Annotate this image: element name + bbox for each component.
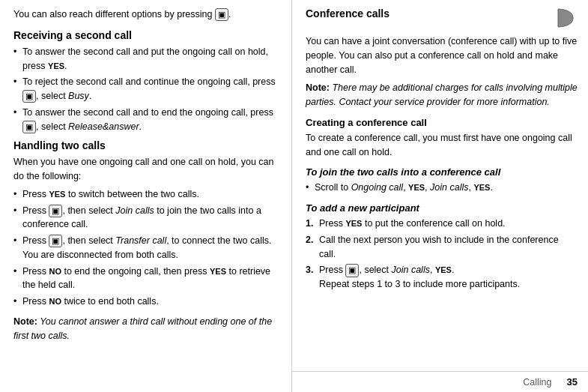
options-key-icon: ▣ [215,8,228,21]
options-key: ▣ [49,205,62,217]
right-note: Note: There may be additional charges fo… [306,81,578,109]
creating-conference-call-heading: Creating a conference call [306,117,578,128]
add-participant-list: 1. Press YES to put the conference call … [306,217,578,292]
list-item: Press ▣, then select Transfer call, to c… [13,234,281,262]
handling-two-calls-list: Press YES to switch between the two call… [13,187,281,309]
yes-label: YES [48,61,64,70]
left-column: You can also reach different options by … [0,0,292,392]
yes-label: YES [49,190,65,199]
note-label: Note: [13,316,37,327]
intro-text: You can also reach different options by … [13,7,281,22]
transfer-call-option: Transfer call [115,235,166,246]
options-key: ▣ [22,121,36,133]
page-container: You can also reach different options by … [0,0,588,392]
list-item: Scroll to Ongoing call, YES, Join calls,… [306,181,578,195]
footer-page-number: 35 [567,376,578,388]
phone-icon [554,7,578,31]
join-two-calls-list: Scroll to Ongoing call, YES, Join calls,… [306,181,578,195]
options-key: ▣ [49,235,62,247]
note-text-right: There may be additional charges for call… [306,82,578,107]
list-item: To reject the second call and continue t… [13,75,281,103]
list-item: 1. Press YES to put the conference call … [306,217,578,231]
list-item: To answer the second call and put the on… [13,45,281,73]
busy-option: Busy [68,91,89,101]
yes-label: YES [345,219,362,228]
options-key: ▣ [345,264,359,277]
right-column: Conference calls You can have a joint co… [292,0,588,392]
creating-conference-call-body: To create a conference call, you must fi… [306,131,578,160]
yes-label-3: YES [435,265,452,274]
footer-section-label: Calling [523,377,551,388]
left-note: Note: You cannot answer a third call wit… [13,315,281,343]
no-label: NO [49,297,61,306]
join-calls-label: Join calls [430,182,468,193]
join-two-calls-heading: To join the two calls into a conference … [306,166,578,178]
list-item: 3. Press ▣, select Join calls, YES. Repe… [306,263,578,292]
handling-two-calls-intro: When you have one ongoing call and one c… [13,155,281,184]
step-num-3: 3. [306,263,313,277]
list-item: Press NO to end the ongoing call, then p… [13,265,281,293]
note-label-right: Note: [306,82,330,93]
conference-calls-body: You can have a joint conversation (confe… [306,34,578,76]
footer-bar: Calling 35 [292,371,588,392]
add-participant-heading: To add a new participant [306,202,578,214]
receiving-second-call-list: To answer the second call and put the on… [13,45,281,134]
step-num-1: 1. [306,217,313,231]
conference-calls-title-block: Conference calls [306,7,390,22]
list-item: To answer the second call and to end the… [13,106,281,134]
list-item: 2. Call the next person you wish to incl… [306,233,578,262]
conference-calls-heading: Conference calls [306,7,390,19]
step-num-2: 2. [306,233,313,247]
yes-label-2: YES [473,183,490,192]
list-item: Press ▣, then select Join calls to join … [13,204,281,232]
receiving-second-call-heading: Receiving a second call [13,29,281,41]
yes-label: YES [210,267,226,276]
conference-calls-header: Conference calls [306,7,578,31]
list-item: Press NO twice to end both calls. [13,295,281,309]
release-answer-option: Release&answer [68,121,139,132]
yes-label: YES [408,183,425,192]
join-calls-option: Join calls [115,205,154,216]
note-text-content: You cannot answer a third call without e… [13,316,272,341]
handling-two-calls-heading: Handling two calls [13,139,281,151]
no-label: NO [49,267,61,276]
list-item: Press YES to switch between the two call… [13,187,281,202]
ongoing-call-label: Ongoing call [351,182,404,193]
intro-text-content: You can also reach different options by … [13,9,212,19]
options-key: ▣ [22,90,36,103]
join-calls-option-2: Join calls [392,265,430,275]
